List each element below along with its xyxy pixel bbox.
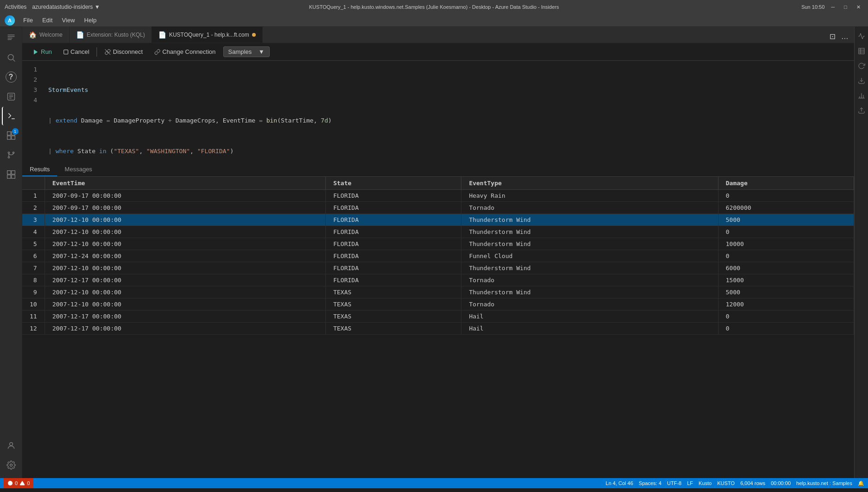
sidebar-item-explorer[interactable] — [2, 29, 20, 47]
row-num-cell: 10 — [22, 298, 45, 311]
row-num-cell: 9 — [22, 286, 45, 298]
table-row[interactable]: 32007-12-10 00:00:00FLORIDAThunderstorm … — [22, 214, 854, 226]
table-row[interactable]: 72007-12-10 00:00:00FLORIDAThunderstorm … — [22, 262, 854, 274]
status-query-time[interactable]: 00:00:00 — [771, 480, 791, 486]
title-bar-right: Sun 10:50 ─ □ ✕ — [801, 4, 863, 10]
table-row[interactable]: 12007-09-17 00:00:00FLORIDAHeavy Rain0 — [22, 190, 854, 202]
table-row[interactable]: 52007-12-10 00:00:00FLORIDAThunderstorm … — [22, 238, 854, 250]
query-toolbar: Run Cancel Disconnect — [22, 43, 854, 61]
disconnect-button[interactable]: Disconnect — [101, 47, 146, 57]
tab-welcome[interactable]: 🏠 Welcome — [22, 26, 70, 43]
database-dropdown[interactable]: Samples ▼ — [223, 46, 270, 57]
table-row[interactable]: 92007-12-10 00:00:00TEXASThunderstorm Wi… — [22, 286, 854, 298]
menu-file[interactable]: File — [19, 16, 37, 25]
row-cell-eventtime: 2007-12-17 00:00:00 — [45, 274, 325, 286]
tab-extension-kusto[interactable]: 📄 Extension: Kusto (KQL) — [70, 26, 152, 43]
cancel-icon — [63, 49, 69, 55]
svg-point-12 — [8, 156, 9, 158]
status-error-section[interactable]: 0 0 — [4, 478, 33, 488]
activity-bar: ? 1 — [0, 27, 22, 478]
maximize-btn[interactable]: □ — [841, 4, 850, 10]
tab-extension-label: Extension: Kusto (KQL) — [87, 32, 145, 38]
tab-bar: 🏠 Welcome 📄 Extension: Kusto (KQL) 📄 KUS… — [22, 27, 854, 43]
code-content[interactable]: StormEvents | extend Damage = DamageProp… — [41, 61, 854, 163]
results-table-container[interactable]: EventTime State EventType Damage 12007-0… — [22, 177, 854, 478]
extensions-badge: 1 — [12, 128, 19, 135]
svg-rect-7 — [7, 132, 11, 136]
svg-point-35 — [10, 484, 11, 485]
svg-point-19 — [10, 464, 12, 466]
table-row[interactable]: 112007-12-17 00:00:00TEXASHail0 — [22, 311, 854, 323]
table-row[interactable]: 22007-09-17 00:00:00FLORIDATornado620000… — [22, 202, 854, 214]
sidebar-item-settings[interactable] — [2, 456, 20, 474]
close-btn[interactable]: ✕ — [854, 4, 863, 10]
row-cell-state: TEXAS — [325, 311, 461, 323]
sidebar-item-search[interactable] — [2, 48, 20, 67]
menu-edit[interactable]: Edit — [39, 16, 56, 25]
refresh-icon[interactable] — [856, 60, 867, 71]
row-cell-eventtime: 2007-12-17 00:00:00 — [45, 323, 325, 335]
minimize-btn[interactable]: ─ — [829, 4, 838, 10]
row-cell-state: TEXAS — [325, 323, 461, 335]
status-encoding[interactable]: UTF-8 — [667, 480, 681, 486]
code-editor[interactable]: 1 2 3 4 StormEvents | extend Damage = Da… — [22, 61, 854, 163]
split-editor-btn[interactable]: ⊡ — [828, 30, 837, 43]
more-actions-btn[interactable]: … — [839, 31, 850, 43]
sidebar-item-help[interactable]: ? — [6, 71, 17, 83]
tab-results[interactable]: Results — [22, 163, 57, 176]
status-row-count[interactable]: 6,004 rows — [740, 480, 765, 486]
tab-modified-indicator — [252, 33, 256, 37]
sidebar-item-extensions[interactable]: 1 — [2, 126, 20, 145]
table-header-eventtype[interactable]: EventType — [461, 177, 718, 190]
cancel-button[interactable]: Cancel — [59, 47, 93, 57]
run-button[interactable]: Run — [29, 47, 56, 57]
editor-area: 🏠 Welcome 📄 Extension: Kusto (KQL) 📄 KUS… — [22, 27, 854, 478]
table-row[interactable]: 102007-12-10 00:00:00TEXASTornado12000 — [22, 298, 854, 311]
export-icon[interactable] — [856, 105, 867, 116]
download-icon[interactable] — [856, 75, 867, 86]
table-row[interactable]: 62007-12-24 00:00:00FLORIDAFunnel Cloud0 — [22, 250, 854, 262]
sidebar-item-source-control[interactable] — [2, 146, 20, 164]
code-line-2: | extend Damage = DamageProperty + Damag… — [41, 116, 854, 126]
status-line-ending[interactable]: LF — [687, 480, 693, 486]
menu-help[interactable]: Help — [80, 16, 100, 25]
window-title: KUSTOQuery_1 - help.kusto.windows.net.Sa… — [309, 4, 559, 10]
table-header-damage[interactable]: Damage — [718, 177, 854, 190]
table-row[interactable]: 82007-12-17 00:00:00FLORIDATornado15000 — [22, 274, 854, 286]
error-icon — [7, 480, 13, 486]
row-cell-state: FLORIDA — [325, 238, 461, 250]
sidebar-item-notebooks[interactable] — [2, 87, 20, 106]
warning-count: 0 — [27, 480, 30, 486]
change-connection-button[interactable]: Change Connection — [150, 47, 220, 57]
status-notification-icon[interactable]: 🔔 — [858, 480, 864, 486]
status-line-col[interactable]: Ln 4, Col 46 — [606, 480, 633, 486]
status-spaces[interactable]: Spaces: 4 — [639, 480, 661, 486]
status-language[interactable]: Kusto — [699, 480, 712, 486]
row-cell-eventtime: 2007-12-10 00:00:00 — [45, 238, 325, 250]
status-connection[interactable]: help.kusto.net : Samples — [797, 480, 852, 486]
app-label[interactable]: azuredatastudio-insiders ▼ — [32, 4, 100, 10]
table-header-state[interactable]: State — [325, 177, 461, 190]
menu-view[interactable]: View — [58, 16, 78, 25]
table-row[interactable]: 42007-12-10 00:00:00FLORIDAThunderstorm … — [22, 226, 854, 238]
sidebar-item-connections[interactable] — [2, 165, 20, 184]
main-layout: ? 1 — [0, 27, 868, 478]
table-row[interactable]: 122007-12-17 00:00:00TEXASHail0 — [22, 323, 854, 335]
row-cell-state: TEXAS — [325, 298, 461, 311]
svg-rect-10 — [11, 136, 15, 140]
status-query-language[interactable]: KUSTO — [717, 480, 735, 486]
sidebar-item-terminal[interactable] — [2, 107, 20, 125]
activities-label[interactable]: Activities — [5, 4, 26, 10]
svg-line-1 — [13, 59, 15, 62]
clock: Sun 10:50 — [801, 4, 824, 10]
results-tabs: Results Messages — [22, 163, 854, 177]
svg-rect-14 — [7, 171, 11, 175]
bar-chart-icon[interactable] — [856, 90, 867, 101]
sidebar-item-profile[interactable] — [2, 436, 20, 455]
tab-messages[interactable]: Messages — [57, 163, 99, 176]
table-icon[interactable] — [856, 45, 867, 57]
chart-column-icon[interactable] — [856, 31, 867, 42]
title-bar: Activities azuredatastudio-insiders ▼ KU… — [0, 0, 868, 14]
tab-kusto-query[interactable]: 📄 KUSTOQuery_1 - help.k...ft.com — [152, 26, 263, 43]
table-header-eventtime[interactable]: EventTime — [45, 177, 325, 190]
